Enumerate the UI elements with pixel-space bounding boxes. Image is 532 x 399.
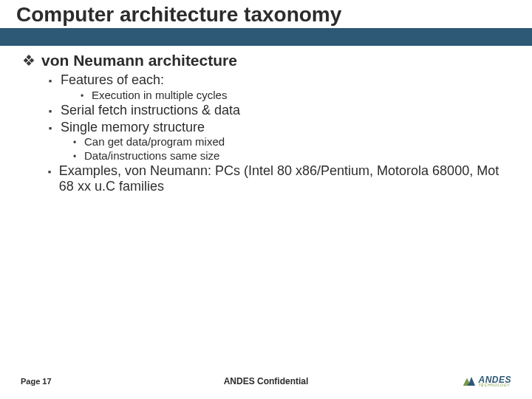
bullet-level3: • Data/instructions same size: [22, 149, 510, 162]
bullet-level3: • Can get data/program mixed: [22, 135, 510, 148]
andes-logo-text: ANDES TECHNOLOGY: [478, 376, 511, 386]
square-bullet-icon: ▪: [46, 166, 53, 177]
andes-logo-icon: [462, 374, 477, 389]
bullet-text: Can get data/program mixed: [84, 135, 225, 148]
bullet-level1: ❖ von Neumann architecture: [22, 52, 510, 69]
bullet-text: Serial fetch instructions & data: [61, 103, 240, 118]
slide-content: ❖ von Neumann architecture ▪ Features of…: [0, 46, 532, 194]
bullet-level2: ▪ Serial fetch instructions & data: [22, 103, 510, 118]
bullet-level2: ▪ Examples, von Neumann: PCs (Intel 80 x…: [22, 163, 510, 194]
bullet-text: Data/instructions same size: [84, 149, 219, 162]
confidential-label: ANDES Confidential: [224, 376, 309, 386]
diamond-bullet-icon: ❖: [22, 52, 35, 69]
dot-bullet-icon: •: [71, 151, 78, 162]
bullet-text: Execution in multiple cycles: [92, 89, 227, 101]
square-bullet-icon: ▪: [46, 75, 55, 86]
slide-footer: Page 17 ANDES Confidential ANDES TECHNOL…: [0, 369, 532, 399]
square-bullet-icon: ▪: [46, 123, 55, 134]
bullet-text: Examples, von Neumann: PCs (Intel 80 x86…: [59, 163, 510, 194]
andes-logo: ANDES TECHNOLOGY: [462, 374, 511, 389]
bullet-level3: • Execution in multiple cycles: [22, 89, 510, 101]
title-area: Computer architecture taxonomy: [0, 0, 532, 46]
bullet-text: Single memory structure: [61, 120, 205, 135]
slide-title: Computer architecture taxonomy: [16, 3, 341, 27]
square-bullet-icon: ▪: [46, 106, 55, 117]
page-number: Page 17: [21, 377, 52, 386]
bullet-text: Features of each:: [61, 72, 164, 88]
logo-text-bot: TECHNOLOGY: [478, 383, 511, 386]
dot-bullet-icon: •: [71, 137, 78, 148]
bullet-level2: ▪ Features of each:: [22, 72, 510, 88]
dot-bullet-icon: •: [78, 91, 86, 101]
bullet-level2: ▪ Single memory structure: [22, 120, 510, 135]
header-band: [0, 28, 532, 46]
bullet-text: von Neumann architecture: [41, 52, 237, 69]
